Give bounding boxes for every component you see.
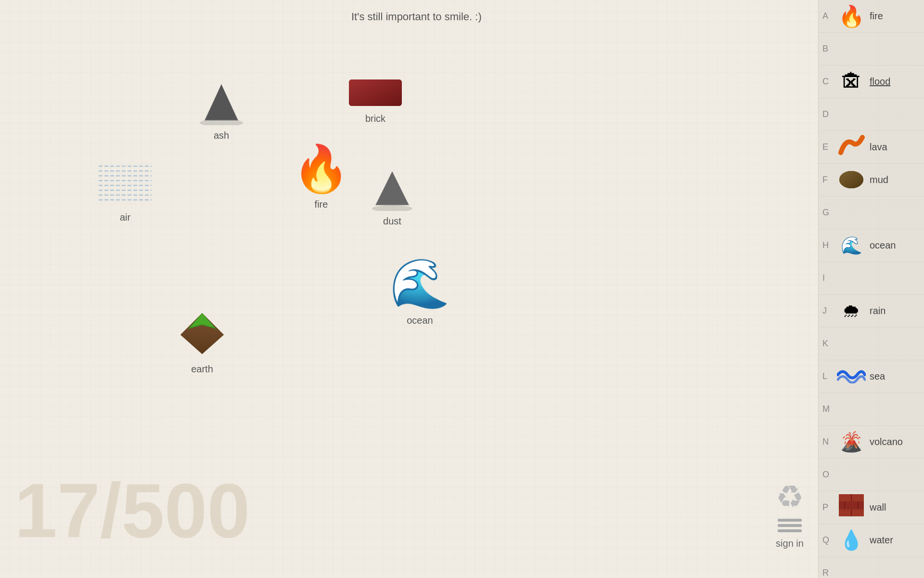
sidebar-fire-label: fire bbox=[870, 11, 883, 22]
svg-marker-15 bbox=[376, 171, 408, 204]
sidebar-item-d[interactable]: D bbox=[819, 98, 924, 131]
sidebar-item-sea[interactable]: L sea bbox=[819, 360, 924, 393]
sidebar-item-volcano[interactable]: N 🌋 volcano bbox=[819, 426, 924, 459]
sidebar-letter-r: R bbox=[822, 568, 833, 578]
sidebar-mud-label: mud bbox=[870, 174, 888, 185]
sidebar-letter-p: P bbox=[822, 502, 833, 512]
sidebar-item-lava[interactable]: E lava bbox=[819, 131, 924, 164]
sidebar-rain-icon: 🌧 bbox=[837, 301, 866, 321]
sidebar-item-rain[interactable]: J 🌧 rain bbox=[819, 295, 924, 328]
sidebar-item-m[interactable]: M bbox=[819, 393, 924, 426]
sidebar-item-wall[interactable]: P wall bbox=[819, 491, 924, 524]
header-message: It's still important to smile. :) bbox=[351, 11, 482, 23]
sidebar-letter-k: K bbox=[822, 339, 833, 349]
sidebar-item-k[interactable]: K bbox=[819, 328, 924, 360]
svg-point-13 bbox=[372, 205, 412, 211]
ash-label: ash bbox=[197, 130, 245, 141]
sidebar-mud-icon bbox=[837, 166, 866, 194]
sidebar-letter-d: D bbox=[822, 109, 833, 119]
element-ash[interactable]: ash bbox=[197, 82, 245, 141]
sidebar-sea-icon bbox=[837, 365, 866, 388]
sidebar-item-g[interactable]: G bbox=[819, 197, 924, 229]
brick-label: brick bbox=[346, 113, 404, 124]
sidebar-letter-e: E bbox=[822, 142, 833, 152]
hamburger-menu[interactable] bbox=[778, 519, 802, 532]
sidebar-item-r[interactable]: R bbox=[819, 557, 924, 578]
element-dust[interactable]: dust bbox=[366, 168, 419, 227]
dust-label: dust bbox=[366, 216, 419, 227]
sidebar-letter-n: N bbox=[822, 437, 833, 447]
sidebar-wall-icon bbox=[837, 493, 866, 522]
sidebar-ocean-icon: 🌊 bbox=[837, 236, 866, 256]
sidebar-rain-label: rain bbox=[870, 305, 886, 316]
recycle-icon[interactable]: ♻ bbox=[776, 479, 804, 515]
element-brick[interactable]: brick bbox=[346, 75, 404, 124]
sidebar-letter-f: F bbox=[822, 175, 833, 185]
sidebar-letter-o: O bbox=[822, 470, 833, 480]
svg-point-21 bbox=[839, 171, 863, 188]
progress-counter: 17/500 bbox=[14, 472, 250, 549]
svg-marker-2 bbox=[206, 84, 237, 119]
sidebar-item-flood[interactable]: C 🏚 flood bbox=[819, 66, 924, 98]
element-earth[interactable]: earth bbox=[176, 311, 229, 375]
svg-rect-4 bbox=[349, 79, 402, 106]
sidebar-fire-icon: 🔥 bbox=[837, 4, 866, 29]
sidebar-volcano-label: volcano bbox=[870, 436, 903, 447]
sidebar-letter-c: C bbox=[822, 77, 833, 87]
sidebar-item-fire[interactable]: A 🔥 fire bbox=[819, 0, 924, 33]
sidebar-item-water[interactable]: Q 💧 water bbox=[819, 524, 924, 557]
earth-label: earth bbox=[176, 364, 229, 375]
sidebar-letter-i: I bbox=[822, 273, 833, 283]
sidebar-water-label: water bbox=[870, 535, 893, 546]
sidebar-letter-q: Q bbox=[822, 535, 833, 545]
svg-rect-24 bbox=[839, 502, 864, 509]
sidebar: A 🔥 fire B C 🏚 flood D E lava F bbox=[818, 0, 924, 578]
sign-in-label[interactable]: sign in bbox=[776, 538, 804, 549]
ash-icon bbox=[197, 118, 245, 127]
earth-icon bbox=[176, 352, 229, 360]
sidebar-item-b[interactable]: B bbox=[819, 33, 924, 66]
sidebar-item-i[interactable]: I bbox=[819, 262, 924, 295]
sidebar-water-icon: 💧 bbox=[837, 529, 866, 552]
sidebar-sea-label: sea bbox=[870, 371, 885, 382]
element-ocean[interactable]: 🌊 ocean bbox=[390, 255, 450, 326]
sidebar-lava-label: lava bbox=[870, 142, 887, 153]
sidebar-lava-icon bbox=[837, 133, 866, 161]
sidebar-item-mud[interactable]: F mud bbox=[819, 164, 924, 197]
fire-canvas-label: fire bbox=[293, 199, 350, 210]
bottom-right-area: ♻ sign in bbox=[776, 479, 804, 549]
air-label: air bbox=[94, 212, 156, 223]
element-fire[interactable]: 🔥 fire bbox=[293, 142, 350, 210]
sidebar-volcano-icon: 🌋 bbox=[837, 431, 866, 453]
sidebar-letter-m: M bbox=[822, 404, 833, 414]
ocean-canvas-label: ocean bbox=[390, 315, 450, 326]
dust-icon bbox=[366, 204, 419, 212]
ocean-canvas-icon: 🌊 bbox=[390, 256, 450, 310]
sidebar-ocean-label: ocean bbox=[870, 240, 896, 251]
sidebar-item-o[interactable]: O bbox=[819, 459, 924, 491]
sidebar-flood-label: flood bbox=[870, 76, 890, 87]
sidebar-wall-label: wall bbox=[870, 502, 886, 513]
sidebar-item-ocean[interactable]: H 🌊 ocean bbox=[819, 229, 924, 262]
sidebar-letter-a: A bbox=[822, 11, 833, 21]
brick-icon bbox=[346, 102, 404, 110]
sidebar-letter-j: J bbox=[822, 306, 833, 316]
air-icon bbox=[94, 200, 156, 209]
element-air[interactable]: air bbox=[94, 159, 156, 223]
sidebar-letter-b: B bbox=[822, 44, 833, 54]
sidebar-letter-l: L bbox=[822, 371, 833, 381]
sidebar-letter-g: G bbox=[822, 208, 833, 218]
sidebar-flood-icon: 🏚 bbox=[837, 70, 866, 94]
sidebar-letter-h: H bbox=[822, 240, 833, 250]
fire-canvas-icon: 🔥 bbox=[293, 143, 350, 194]
